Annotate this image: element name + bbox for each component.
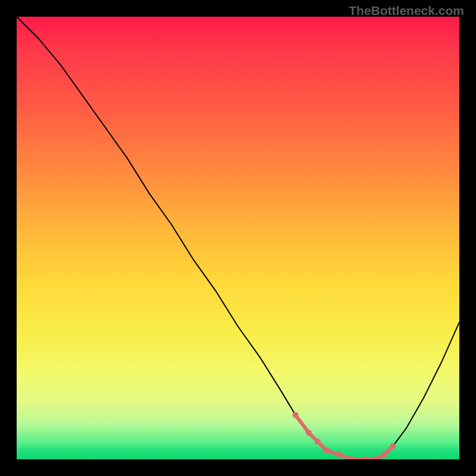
- bottleneck-curve: [17, 17, 459, 459]
- optimal-range-marker: [364, 456, 369, 459]
- optimal-range-marker: [381, 452, 387, 458]
- optimal-range-marker: [306, 430, 312, 436]
- optimal-range-marker: [315, 439, 321, 444]
- optimal-range-marker: [324, 447, 330, 453]
- watermark-text: TheBottleneck.com: [349, 4, 464, 18]
- optimal-range-line: [296, 415, 393, 459]
- plot-area: [17, 17, 459, 459]
- optimal-range-marker: [337, 452, 343, 458]
- chart-svg: [17, 17, 459, 459]
- optimal-range-marker: [390, 443, 396, 449]
- optimal-range-markers: [293, 412, 396, 459]
- optimal-range-marker: [293, 412, 299, 418]
